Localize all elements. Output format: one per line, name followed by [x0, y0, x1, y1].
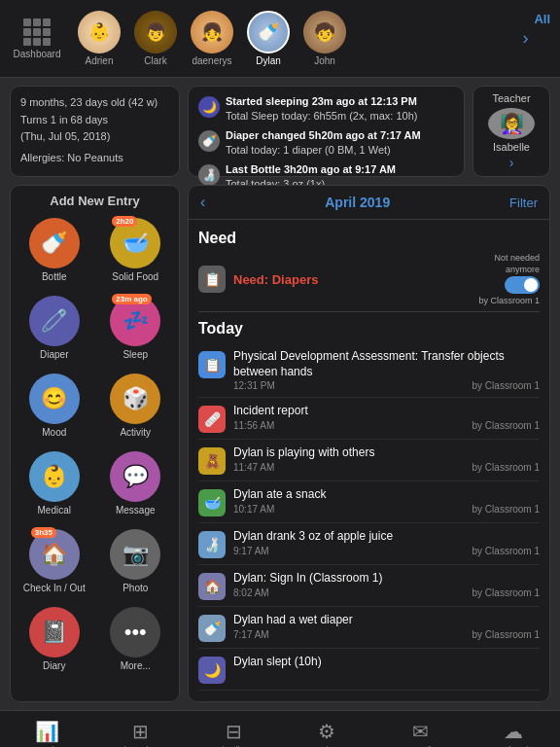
child-birthday-countdown: Turns 1 in 68 days — [20, 112, 169, 129]
activity-item-content: Incident report11:56 AMby Classroom 1 — [233, 404, 540, 431]
activity-item-by: by Classroom 1 — [472, 380, 540, 391]
activity-item[interactable]: 🍶Dylan drank 3 oz of apple juice9:17 AMb… — [198, 523, 540, 565]
activity-item-meta: 9:17 AMby Classroom 1 — [233, 546, 540, 556]
child-item-john[interactable]: 🧒John — [299, 11, 350, 66]
child-age: 9 months, 23 days old (42 w) — [20, 94, 169, 112]
activity-item-title: Dylan drank 3 oz of apple juice — [233, 529, 540, 545]
activity-item-title: Incident report — [233, 404, 540, 419]
top-bar: Dashboard 👶Adrien👦Clark👧daenerys🍼Dylan🧒J… — [0, 0, 560, 78]
need-text: Need: Diapers — [233, 272, 471, 287]
entry-circle-diary: 📓 — [29, 607, 80, 658]
activity-item-content: Dylan is playing with others11:47 AMby C… — [233, 445, 540, 473]
entry-item-bottle[interactable]: 🍼Bottle — [17, 214, 92, 286]
entry-circle-activity: 🎲 — [110, 374, 160, 424]
teacher-avatar: 👩‍🏫 — [488, 108, 535, 139]
chevron-right-icon[interactable]: › — [522, 28, 528, 49]
info-entry-icon: 🌙 — [198, 96, 220, 118]
activity-item[interactable]: 📋Physical Development Assessment: Transf… — [198, 343, 540, 398]
entry-item-checkin[interactable]: 🏠3h35Check In / Out — [17, 525, 92, 597]
entry-item-medical[interactable]: 👶Medical — [17, 447, 92, 519]
entry-label-photo: Photo — [122, 583, 148, 593]
entry-label-diary: Diary — [43, 660, 65, 671]
prev-month-button[interactable]: ‹ — [200, 194, 205, 211]
child-avatar-adrien: 👶 — [78, 11, 121, 53]
child-birthday-date: (Thu, Jul 05, 2018) — [20, 128, 169, 146]
teacher-chevron-down-icon[interactable]: › — [509, 155, 514, 170]
entry-circle-more: ••• — [110, 607, 160, 658]
activity-item[interactable]: 🥣Dylan ate a snack10:17 AMby Classroom 1 — [198, 481, 540, 523]
activity-item-by: by Classroom 1 — [472, 462, 540, 473]
nav-icon-timeline: ⊟ — [226, 720, 242, 743]
nav-icon-graphs: 📊 — [35, 720, 59, 743]
entry-item-more[interactable]: •••More... — [98, 603, 174, 675]
entry-item-mood[interactable]: 😊Mood — [17, 370, 92, 442]
child-name-dylan: Dylan — [256, 55, 281, 66]
month-title: April 2019 — [325, 195, 390, 210]
entry-circle-diaper: 🧷 — [29, 296, 80, 346]
activity-item-icon: 🩹 — [198, 406, 226, 433]
add-entry-title: Add New Entry — [17, 194, 173, 208]
toggle-label-2: anymore — [506, 265, 540, 274]
child-avatar-dylan: 🍼 — [247, 11, 290, 53]
entry-item-sleep[interactable]: 💤23m agoSleep — [98, 292, 174, 364]
entry-circle-photo: 📷 — [110, 529, 160, 580]
nav-item-settings[interactable]: ⚙Settings — [280, 711, 373, 747]
activity-item-icon: 🍶 — [198, 531, 226, 558]
need-toggle[interactable] — [505, 276, 540, 294]
activity-item-title: Dylan ate a snack — [233, 487, 540, 503]
filter-button[interactable]: Filter — [509, 196, 538, 210]
nav-item-sign-in-out[interactable]: ⊞Sign In/Out — [93, 711, 187, 747]
info-entry-icon: 🍶 — [198, 164, 220, 186]
main-content: Add New Entry 🍼Bottle🥣2h20Solid Food🧷Dia… — [0, 185, 560, 710]
child-avatar-daenerys: 👧 — [191, 11, 233, 53]
entry-item-diaper[interactable]: 🧷Diaper — [17, 292, 92, 364]
child-item-daenerys[interactable]: 👧daenerys — [187, 11, 237, 66]
child-item-adrien[interactable]: 👶Adrien — [74, 11, 124, 66]
activity-item[interactable]: 🧸Dylan is playing with others11:47 AMby … — [198, 440, 540, 481]
entry-item-solid-food[interactable]: 🥣2h20Solid Food — [98, 214, 174, 286]
need-heading: Need — [198, 230, 540, 247]
entry-item-activity[interactable]: 🎲Activity — [98, 370, 174, 442]
add-entry-panel: Add New Entry 🍼Bottle🥣2h20Solid Food🧷Dia… — [10, 185, 180, 702]
activity-header: ‹ April 2019 Filter — [189, 186, 549, 220]
entry-item-diary[interactable]: 📓Diary — [17, 603, 92, 675]
child-avatar-clark: 👦 — [134, 11, 177, 53]
child-name-adrien: Adrien — [86, 55, 114, 66]
entry-badge-sleep: 23m ago — [112, 294, 151, 304]
child-item-dylan[interactable]: 🍼Dylan — [243, 11, 294, 66]
info-entry: 🍼Diaper changed 5h20m ago at 7:17 AMTota… — [198, 128, 454, 159]
info-entry-text: Diaper changed 5h20m ago at 7:17 AMTotal… — [226, 128, 421, 159]
activity-item[interactable]: 🌙Dylan slept (10h) — [198, 649, 540, 691]
activity-item-time: 7:17 AM — [233, 629, 269, 640]
entry-item-photo[interactable]: 📷Photo — [98, 525, 174, 597]
child-name-john: John — [314, 55, 335, 66]
teacher-emoji: 👩‍🏫 — [500, 112, 524, 135]
nav-item-email[interactable]: ✉Email — [373, 711, 467, 747]
nav-item-graphs[interactable]: 📊Graphs — [0, 711, 93, 747]
entry-badge-solid-food: 2h20 — [112, 216, 137, 227]
activity-item[interactable]: 🩹Incident report11:56 AMby Classroom 1 — [198, 398, 540, 440]
dashboard-button[interactable]: Dashboard — [10, 18, 64, 59]
all-button[interactable]: All — [534, 8, 550, 26]
activity-item[interactable]: 🍼Dylan had a wet diaper7:17 AMby Classro… — [198, 607, 540, 649]
nav-item-timeline[interactable]: ⊟Timeline — [187, 711, 280, 747]
child-item-clark[interactable]: 👦Clark — [130, 11, 181, 66]
entry-label-checkin: Check In / Out — [23, 583, 86, 593]
entry-circle-checkin: 🏠3h35 — [29, 529, 80, 580]
activity-item[interactable]: 🏠Dylan: Sign In (Classroom 1)8:02 AMby C… — [198, 565, 540, 607]
activity-item-title: Dylan is playing with others — [233, 445, 540, 461]
child-allergies: Allergies: No Peanuts — [20, 150, 169, 167]
info-entry-text: Started sleeping 23m ago at 12:13 PMTota… — [226, 94, 418, 124]
need-icon: 📋 — [198, 266, 226, 293]
info-entry-icon: 🍼 — [198, 130, 220, 152]
grid-icon — [23, 18, 51, 46]
entry-item-message[interactable]: 💬Message — [98, 447, 174, 519]
entry-circle-sleep: 💤23m ago — [110, 296, 160, 346]
activity-item-icon: 📋 — [198, 351, 226, 378]
activity-item-time: 11:56 AM — [233, 420, 274, 431]
today-heading: Today — [198, 320, 540, 338]
activity-item-icon: 🥣 — [198, 489, 226, 516]
nav-item-synchronize[interactable]: ☁Synchronize — [467, 711, 560, 747]
entry-label-sleep: Sleep — [122, 349, 148, 360]
entry-circle-solid-food: 🥣2h20 — [110, 218, 160, 268]
